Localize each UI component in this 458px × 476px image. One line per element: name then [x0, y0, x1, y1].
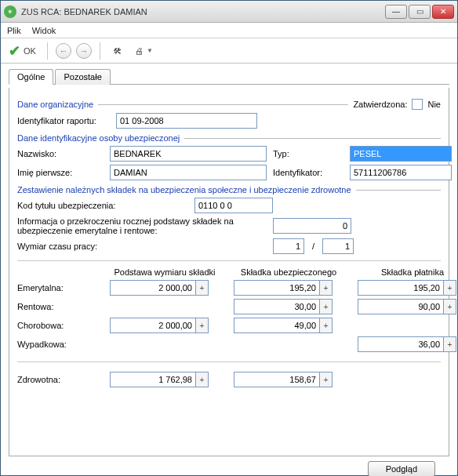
slash-separator: /	[309, 242, 318, 251]
plus-icon[interactable]: +	[196, 280, 209, 296]
tools-icon: 🛠	[113, 46, 122, 56]
plus-icon[interactable]: +	[444, 299, 456, 314]
titlebar: ✶ ZUS RCA: BEDNAREK DAMIAN — ▭ ✕	[1, 1, 457, 23]
worktime-num-input[interactable]	[273, 238, 304, 254]
maximize-button[interactable]: ▭	[409, 5, 431, 19]
surname-label: Nazwisko:	[17, 149, 104, 158]
check-icon: ✔	[9, 42, 20, 60]
window-title: ZUS RCA: BEDNAREK DAMIAN	[21, 7, 385, 16]
plus-icon[interactable]: +	[320, 299, 333, 314]
minimize-button[interactable]: —	[385, 5, 407, 19]
row-wypadkowa-label: Wypadkowa:	[17, 340, 96, 349]
plus-icon[interactable]: +	[320, 372, 333, 387]
ok-button[interactable]: ✔ OK	[5, 42, 39, 60]
code-input[interactable]	[194, 198, 273, 213]
app-icon: ✶	[4, 5, 16, 18]
window-controls: — ▭ ✕	[385, 5, 454, 19]
print-button[interactable]: 🖨 ▼	[132, 42, 156, 60]
row-emerytalna-label: Emerytalna:	[17, 283, 96, 293]
emerytalna-insured-input[interactable]	[234, 280, 320, 296]
ok-label: OK	[24, 46, 36, 56]
report-id-input[interactable]	[116, 113, 257, 129]
rentowa-insured-input[interactable]	[234, 299, 320, 314]
identifier-input[interactable]	[350, 165, 452, 180]
code-label: Kod tytułu ubezpieczenia:	[17, 201, 190, 210]
zdrowotna-insured-input[interactable]	[234, 372, 320, 387]
approved-checkbox[interactable]	[412, 99, 423, 110]
excess-label: Informacja o przekroczeniu rocznej podst…	[17, 216, 268, 235]
col-base: Podstawa wymiaru składki	[110, 267, 220, 277]
emerytalna-base-input[interactable]	[110, 280, 196, 296]
approved-label: Zatwierdzona:	[353, 100, 407, 109]
menubar: Plik Widok	[1, 23, 457, 38]
type-label: Typ:	[273, 149, 344, 158]
menu-view[interactable]: Widok	[32, 26, 56, 35]
wypadkowa-payer-input[interactable]	[358, 336, 444, 352]
tools-button[interactable]: 🛠	[108, 42, 127, 60]
ident-section-header: Dane identyfikacyjne osoby ubezpieczonej	[17, 133, 441, 143]
footer: Podgląd	[9, 456, 449, 476]
row-zdrowotna-label: Zdrowotna:	[17, 375, 96, 384]
identifier-label: Identyfikator:	[273, 168, 344, 177]
toolbar-separator	[47, 42, 48, 60]
worktime-label: Wymiar czasu pracy:	[17, 242, 268, 251]
contrib-legend: Zestawienie należnych składek na ubezpie…	[17, 185, 351, 194]
col-insured: Składka ubezpieczonego	[234, 267, 344, 277]
preview-button[interactable]: Podgląd	[368, 461, 435, 476]
print-icon: 🖨	[135, 46, 144, 56]
tab-other[interactable]: Pozostałe	[55, 69, 110, 85]
tab-general[interactable]: Ogólne	[9, 69, 53, 85]
approved-text: Nie	[427, 100, 441, 109]
plus-icon[interactable]: +	[320, 318, 333, 333]
tab-panel-general: Dane organizacyjne Zatwierdzona: Nie Ide…	[9, 88, 449, 456]
col-payer: Składka płatnika	[358, 267, 458, 277]
row-rentowa-label: Rentowa:	[17, 302, 96, 311]
org-legend: Dane organizacyjne	[17, 100, 93, 109]
plus-icon[interactable]: +	[444, 280, 456, 296]
nav-forward-button[interactable]: →	[76, 43, 92, 59]
nav-back-button[interactable]: ←	[56, 43, 71, 59]
menu-file[interactable]: Plik	[7, 26, 21, 35]
divider	[17, 362, 441, 362]
close-button[interactable]: ✕	[432, 5, 454, 19]
zdrowotna-base-input[interactable]	[110, 372, 196, 387]
firstname-input[interactable]	[110, 165, 267, 180]
surname-input[interactable]	[110, 146, 267, 162]
ident-legend: Dane identyfikacyjne osoby ubezpieczonej	[17, 133, 180, 143]
report-id-label: Identyfikator raportu:	[17, 116, 111, 125]
toolbar-separator	[100, 42, 100, 60]
org-section-header: Dane organizacyjne Zatwierdzona: Nie	[17, 99, 441, 110]
emerytalna-payer-input[interactable]	[358, 280, 444, 296]
plus-icon[interactable]: +	[320, 280, 333, 296]
health-row: Zdrowotna: + +	[17, 372, 441, 387]
toolbar: ✔ OK ← → 🛠 🖨 ▼	[1, 38, 457, 64]
worktime-den-input[interactable]	[322, 238, 354, 254]
tab-strip: Ogólne Pozostałe	[9, 68, 449, 85]
dropdown-icon: ▼	[147, 47, 153, 54]
contrib-table: Podstawa wymiaru składki Składka ubezpie…	[17, 267, 441, 352]
divider	[17, 260, 441, 261]
chorobowa-insured-input[interactable]	[234, 318, 320, 333]
firstname-label: Imię pierwsze:	[17, 168, 104, 177]
plus-icon[interactable]: +	[196, 372, 209, 387]
chorobowa-base-input[interactable]	[110, 318, 196, 333]
rentowa-payer-input[interactable]	[358, 299, 444, 314]
excess-input[interactable]	[273, 218, 351, 234]
plus-icon[interactable]: +	[196, 318, 209, 333]
row-chorobowa-label: Chorobowa:	[17, 321, 96, 330]
window: ✶ ZUS RCA: BEDNAREK DAMIAN — ▭ ✕ Plik Wi…	[0, 0, 458, 476]
type-input[interactable]	[350, 146, 452, 162]
contrib-section-header: Zestawienie należnych składek na ubezpie…	[17, 185, 441, 194]
content-area: Ogólne Pozostałe Dane organizacyjne Zatw…	[1, 64, 457, 476]
plus-icon[interactable]: +	[444, 336, 456, 352]
